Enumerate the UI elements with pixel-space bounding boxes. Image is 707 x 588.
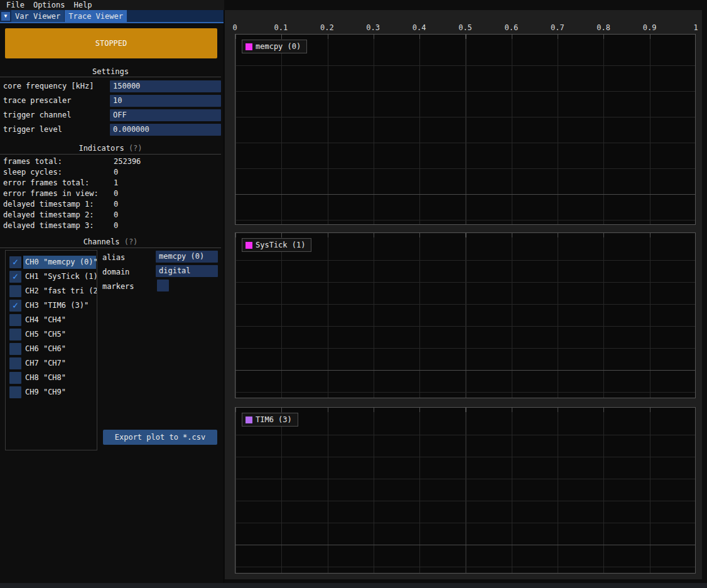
channel-checkbox-ch6[interactable] — [9, 343, 21, 355]
domain-combo[interactable]: digital — [156, 265, 218, 277]
channel-checkbox-ch9[interactable] — [9, 386, 21, 398]
sleep-cycles-value: 0 — [114, 168, 118, 177]
gridline — [235, 220, 695, 220]
channel-checkbox-ch7[interactable] — [9, 357, 21, 369]
trigger-channel-combo[interactable]: OFF — [110, 109, 221, 121]
tab-trace-viewer[interactable]: Trace Viewer — [65, 10, 127, 22]
tab-var-viewer[interactable]: Var Viewer — [11, 10, 64, 22]
delayed-timestamp-2-label: delayed timestamp 2: — [3, 210, 94, 219]
markers-checkbox[interactable] — [157, 280, 169, 291]
dock-tab-bar: ▼ Var Viewer Trace Viewer — [0, 10, 224, 23]
channel-checkbox-ch3[interactable]: ✓ — [9, 300, 21, 312]
error-frames-total-label: error frames total: — [3, 178, 89, 187]
gridline — [235, 348, 695, 349]
trace-prescaler-input[interactable]: 10 — [110, 95, 221, 107]
x-tick-0-2: 0.2 — [320, 23, 334, 32]
time-axis[interactable]: 0 0.1 0.2 0.3 0.4 0.5 0.6 0.7 0.8 0.9 1 — [235, 23, 696, 32]
legend-systick[interactable]: SysTick (1) — [242, 238, 311, 252]
channel-row-ch4[interactable]: CH4 "CH4" — [6, 313, 97, 327]
separator — [0, 154, 221, 155]
gridline — [235, 143, 695, 143]
settings-title: Settings — [0, 67, 221, 76]
sleep-cycles-label: sleep cycles: — [3, 168, 62, 177]
channel-row-ch6[interactable]: CH6 "CH6" — [6, 342, 97, 356]
indicators-help-icon[interactable]: (?) — [129, 144, 143, 153]
zero-gridline — [235, 545, 695, 545]
gridline — [235, 117, 695, 117]
gridline — [235, 457, 695, 457]
delayed-timestamp-1-label: delayed timestamp 1: — [3, 200, 94, 209]
app-window: File Options Help ▼ Var Viewer Trace Vie… — [0, 0, 707, 588]
channel-checkbox-ch8[interactable] — [9, 372, 21, 384]
trigger-level-label: trigger level — [3, 124, 62, 136]
channel-label[interactable]: CH0 "memcpy (0)" — [25, 255, 97, 270]
channel-label[interactable]: CH7 "CH7" — [25, 356, 97, 371]
channel-label[interactable]: CH6 "CH6" — [25, 342, 97, 356]
delayed-timestamp-2-value: 0 — [114, 210, 118, 219]
series-marker-icon — [246, 242, 252, 249]
x-tick-0-7: 0.7 — [551, 23, 564, 32]
channels-title-text: Channels — [84, 237, 120, 246]
alias-label: alias — [102, 252, 125, 264]
channel-row-ch2[interactable]: CH2 "fast tri (2 — [6, 284, 97, 298]
x-tick-0-6: 0.6 — [505, 23, 519, 32]
channel-checkbox-ch4[interactable] — [9, 314, 21, 326]
core-frequency-label: core frequency [kHz] — [3, 80, 94, 92]
delayed-timestamp-3-value: 0 — [114, 221, 118, 230]
export-csv-button[interactable]: Export plot to *.csv — [103, 430, 217, 445]
channel-checkbox-ch0[interactable]: ✓ — [9, 256, 21, 268]
gridline — [235, 392, 695, 393]
channel-row-ch9[interactable]: CH9 "CH9" — [6, 385, 97, 400]
menu-file[interactable]: File — [6, 1, 24, 9]
plot-systick[interactable]: SysTick (1) — [235, 232, 696, 398]
gridline — [235, 326, 695, 327]
channel-row-ch3[interactable]: ✓ CH3 "TIM6 (3)" — [6, 298, 97, 313]
panel-divider[interactable] — [224, 10, 224, 583]
channels-help-icon[interactable]: (?) — [124, 237, 138, 246]
menu-help[interactable]: Help — [73, 1, 92, 9]
channel-label[interactable]: CH3 "TIM6 (3)" — [25, 298, 97, 313]
plot-memcpy[interactable]: memcpy (0) — [235, 34, 696, 225]
alias-input[interactable]: memcpy (0) — [156, 251, 218, 263]
delayed-timestamp-3-label: delayed timestamp 3: — [3, 221, 94, 230]
acquisition-state-button[interactable]: STOPPED — [5, 28, 217, 58]
gridline — [235, 260, 695, 261]
channel-label[interactable]: CH4 "CH4" — [25, 313, 97, 327]
channel-label[interactable]: CH1 "SysTick (1) — [25, 270, 97, 284]
error-frames-in-view-label: error frames in view: — [3, 189, 99, 198]
channel-label[interactable]: CH8 "CH8" — [25, 371, 97, 385]
channel-checkbox-ch2[interactable] — [9, 285, 21, 297]
legend-label: SysTick (1) — [256, 241, 305, 249]
collapse-arrow-icon[interactable]: ▼ — [1, 12, 10, 21]
zero-gridline — [235, 194, 695, 195]
channel-label[interactable]: CH9 "CH9" — [25, 385, 97, 400]
channel-row-ch7[interactable]: CH7 "CH7" — [6, 356, 97, 371]
channel-row-ch5[interactable]: CH5 "CH5" — [6, 327, 97, 342]
x-tick-0-4: 0.4 — [413, 23, 426, 32]
channel-label[interactable]: CH2 "fast tri (2 — [25, 284, 97, 298]
core-frequency-input[interactable]: 150000 — [110, 80, 221, 92]
plot-tim6[interactable]: TIM6 (3) — [235, 407, 696, 574]
channel-row-ch0[interactable]: ✓ CH0 "memcpy (0)" — [6, 255, 97, 270]
channel-row-ch8[interactable]: CH8 "CH8" — [6, 371, 97, 385]
error-frames-in-view-value: 0 — [114, 189, 118, 198]
gridline — [235, 501, 695, 501]
channels-title: Channels (?) — [0, 237, 221, 246]
trigger-level-input[interactable]: 0.000000 — [110, 124, 221, 136]
x-tick-1: 1 — [693, 23, 698, 32]
series-marker-icon — [246, 43, 252, 50]
legend-memcpy[interactable]: memcpy (0) — [242, 40, 307, 53]
gridline — [235, 168, 695, 169]
menu-options[interactable]: Options — [33, 1, 65, 9]
zero-gridline — [235, 370, 695, 371]
gridline — [235, 479, 695, 479]
frames-total-label: frames total: — [3, 157, 62, 166]
markers-label: markers — [102, 281, 134, 293]
channel-checkbox-ch1[interactable]: ✓ — [9, 271, 21, 283]
channel-row-ch1[interactable]: ✓ CH1 "SysTick (1) — [6, 270, 97, 284]
gridline — [235, 523, 695, 523]
channel-label[interactable]: CH5 "CH5" — [25, 327, 97, 342]
tab-trace-viewer-label: Trace Viewer — [68, 12, 123, 21]
legend-tim6[interactable]: TIM6 (3) — [242, 413, 298, 427]
channel-checkbox-ch5[interactable] — [9, 329, 21, 340]
